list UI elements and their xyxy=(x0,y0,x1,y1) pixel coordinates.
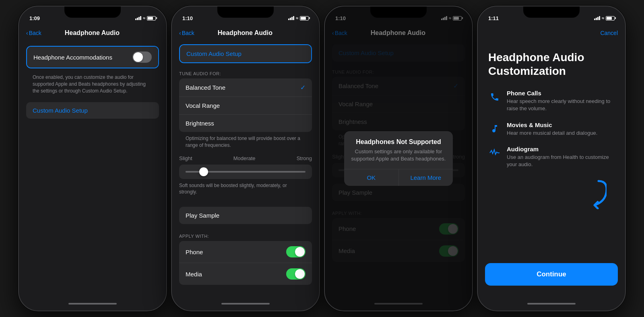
phone-3: 1:10 ≈ ‹ Back Headphone Aud xyxy=(324,6,473,311)
tune-description-2: Optimizing for balanced tone will provid… xyxy=(173,132,318,154)
nav-title-2: Headphone Audio xyxy=(178,29,312,37)
home-bar-2 xyxy=(221,303,270,305)
dialog-overlay-3: Headphones Not Supported Custom settings… xyxy=(326,7,471,310)
feature-movies-music-title: Movies & Music xyxy=(507,121,615,128)
apply-phone-2: Phone xyxy=(179,241,312,263)
screen4-title: Headphone Audio Customization xyxy=(488,51,615,78)
status-icons-4: ≈ xyxy=(594,16,615,21)
feature-phone-calls-desc: Hear speech more clearly without needing… xyxy=(507,98,615,112)
home-indicator-1 xyxy=(20,298,165,310)
wifi-icon-2: ≈ xyxy=(296,16,298,21)
phone-1-screen: 1:09 ≈ ‹ Back Headphone Aud xyxy=(20,7,165,310)
home-bar-4 xyxy=(527,303,576,305)
slider-label-moderate-2: Moderate xyxy=(233,155,256,161)
phone-1-notch xyxy=(64,6,121,18)
accommodations-label: Headphone Accommodations xyxy=(33,54,112,61)
custom-audio-link-item[interactable]: Custom Audio Setup xyxy=(26,102,159,119)
accommodations-description: Once enabled, you can customize the audi… xyxy=(20,72,165,99)
dialog-box-3: Headphones Not Supported Custom settings… xyxy=(344,131,453,186)
battery-icon-2 xyxy=(300,16,309,21)
slider-track-2[interactable] xyxy=(186,171,305,173)
nav-bar-2: ‹ Back Headphone Audio xyxy=(173,25,318,43)
dialog-learn-more-btn-3[interactable]: Learn More xyxy=(399,169,453,186)
phone-calls-icon xyxy=(488,91,501,103)
tune-balanced-label-2: Balanced Tone xyxy=(186,84,225,91)
accommodations-section: Headphone Accommodations xyxy=(26,46,159,68)
signal-icon-1 xyxy=(135,16,141,20)
home-indicator-2 xyxy=(173,298,318,310)
feature-audiogram-title: Audiogram xyxy=(507,146,615,152)
time-4: 1:11 xyxy=(488,15,499,21)
slider-section-2: Slight Moderate Strong Soft sounds will … xyxy=(173,154,318,204)
continue-button-4[interactable]: Continue xyxy=(485,263,618,286)
apply-phone-toggle-2[interactable] xyxy=(286,246,305,257)
play-sample-btn-2[interactable]: Play Sample xyxy=(179,207,312,224)
feature-phone-calls-text: Phone Calls Hear speech more clearly wit… xyxy=(507,90,615,112)
battery-icon-1 xyxy=(147,16,156,21)
custom-audio-section: Custom Audio Setup xyxy=(26,102,159,119)
home-bar-1 xyxy=(68,303,117,305)
content-1: Headphone Accommodations Once enabled, y… xyxy=(20,43,165,298)
signal-icon-4 xyxy=(594,16,600,20)
slider-label-strong-2: Strong xyxy=(297,155,312,161)
phone-2-notch xyxy=(217,6,274,18)
home-indicator-4 xyxy=(479,298,624,310)
custom-audio-btn-2[interactable]: Custom Audio Setup xyxy=(180,45,311,62)
accommodations-toggle-item: Headphone Accommodations xyxy=(27,47,158,68)
feature-movies-music: Movies & Music Hear more musical detail … xyxy=(488,121,615,137)
phone-4-screen: 1:11 ≈ Cancel Headphone Audio Customizat… xyxy=(479,7,624,310)
nav-title-1: Headphone Audio xyxy=(25,29,159,37)
arrow-container xyxy=(488,177,615,209)
dialog-ok-btn-3[interactable]: OK xyxy=(344,169,399,186)
custom-audio-highlighted-2: Custom Audio Setup xyxy=(179,44,312,63)
dialog-message-3: Custom settings are only available for s… xyxy=(344,148,453,169)
phone-4-notch xyxy=(523,6,580,18)
feature-phone-calls: Phone Calls Hear speech more clearly wit… xyxy=(488,90,615,112)
tune-brightness-2[interactable]: Brightness xyxy=(179,115,312,132)
feature-audiogram: Audiogram Use an audiogram from Health t… xyxy=(488,146,615,168)
slider-desc-2: Soft sounds will be boosted slightly, mo… xyxy=(179,179,312,201)
cancel-button-4[interactable]: Cancel xyxy=(600,30,618,36)
feature-audiogram-text: Audiogram Use an audiogram from Health t… xyxy=(507,146,615,168)
dialog-buttons-3: OK Learn More xyxy=(344,169,453,186)
content-2: Custom Audio Setup TUNE AUDIO FOR: Balan… xyxy=(173,43,318,298)
feature-movies-music-text: Movies & Music Hear more musical detail … xyxy=(507,121,615,137)
wifi-icon-4: ≈ xyxy=(602,16,604,21)
tune-vocal-2[interactable]: Vocal Range xyxy=(179,97,312,115)
wifi-icon-1: ≈ xyxy=(143,16,145,21)
signal-icon-2 xyxy=(288,16,294,20)
phone-3-screen: 1:10 ≈ ‹ Back Headphone Aud xyxy=(326,7,471,310)
toggle-thumb-phone-2 xyxy=(295,247,305,257)
tune-header-2: TUNE AUDIO FOR: xyxy=(173,65,318,78)
tune-check-2: ✓ xyxy=(300,84,305,91)
tune-brightness-label-2: Brightness xyxy=(186,120,214,127)
phone-1: 1:09 ≈ ‹ Back Headphone Aud xyxy=(18,6,167,311)
time-2: 1:10 xyxy=(182,15,193,21)
phone-4: 1:11 ≈ Cancel Headphone Audio Customizat… xyxy=(477,6,626,311)
toggle-thumb-1 xyxy=(133,52,143,62)
slider-container-2 xyxy=(179,165,312,179)
slider-thumb-2[interactable] xyxy=(199,167,208,176)
battery-icon-4 xyxy=(606,16,615,21)
tune-balanced-2[interactable]: Balanced Tone ✓ xyxy=(179,78,312,97)
status-icons-2: ≈ xyxy=(288,16,309,21)
phones-container: 1:09 ≈ ‹ Back Headphone Aud xyxy=(14,2,630,315)
nav-bar-4: Cancel xyxy=(479,25,624,43)
feature-phone-calls-title: Phone Calls xyxy=(507,90,615,97)
apply-list-2: Phone Media xyxy=(179,241,312,285)
apply-phone-label-2: Phone xyxy=(186,249,203,255)
apply-header-2: APPLY WITH: xyxy=(173,227,318,241)
accommodations-toggle[interactable] xyxy=(132,51,152,63)
arrow-down-icon xyxy=(574,177,607,209)
tune-list-2: Balanced Tone ✓ Vocal Range Brightness xyxy=(179,78,312,132)
audiogram-icon xyxy=(488,146,501,159)
apply-media-toggle-2[interactable] xyxy=(286,268,305,280)
feature-audiogram-desc: Use an audiogram from Health to customiz… xyxy=(507,154,615,168)
slider-label-slight-2: Slight xyxy=(179,155,192,161)
dialog-title-3: Headphones Not Supported xyxy=(344,131,453,148)
tune-vocal-label-2: Vocal Range xyxy=(186,102,220,109)
apply-media-2: Media xyxy=(179,263,312,285)
status-icons-1: ≈ xyxy=(135,16,156,21)
movies-music-icon xyxy=(488,122,501,135)
slider-labels-2: Slight Moderate Strong xyxy=(179,155,312,161)
